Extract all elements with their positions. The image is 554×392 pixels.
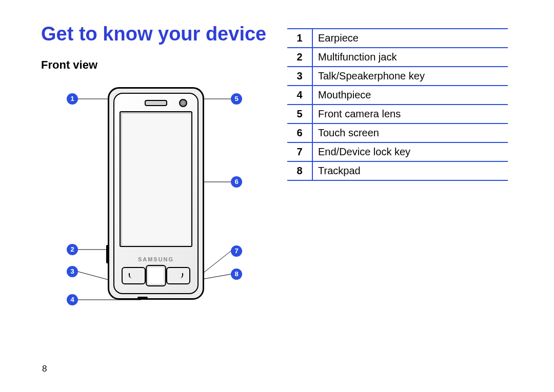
touch-screen-icon — [120, 111, 192, 247]
legend-row: 8 Trackpad — [287, 161, 508, 180]
section-heading: Front view — [41, 58, 287, 72]
legend-label: Earpiece — [312, 29, 508, 48]
legend-num: 1 — [287, 29, 312, 48]
legend-row: 4 Mouthpiece — [287, 86, 508, 105]
legend-row: 7 End/Device lock key — [287, 142, 508, 161]
legend-table: 1 Earpiece 2 Multifunction jack 3 Talk/S… — [287, 28, 508, 181]
manual-page: Get to know your device Front view — [0, 0, 554, 392]
page-number: 8 — [42, 364, 47, 374]
trackpad-icon — [146, 265, 167, 286]
page-title: Get to know your device — [41, 23, 287, 46]
multifunction-jack-icon — [106, 245, 109, 263]
callout-6: 6 — [231, 176, 242, 188]
legend-row: 5 Front camera lens — [287, 105, 508, 123]
legend-num: 4 — [287, 86, 312, 105]
legend-row: 3 Talk/Speakerphone key — [287, 67, 508, 86]
mouthpiece-icon — [137, 297, 148, 298]
legend-row: 2 Multifunction jack — [287, 48, 508, 67]
legend-label: Touch screen — [312, 123, 508, 142]
legend-num: 2 — [287, 48, 312, 67]
brand-label: SAMSUNG — [114, 256, 197, 262]
earpiece-icon — [145, 100, 167, 106]
phone-front-face: SAMSUNG — [113, 93, 199, 294]
legend-row: 6 Touch screen — [287, 123, 508, 142]
legend-num: 8 — [287, 161, 312, 180]
callout-3: 3 — [67, 266, 78, 277]
phone-outline: SAMSUNG — [108, 87, 204, 300]
legend-num: 5 — [287, 105, 312, 123]
device-diagram: SAMSUNG 1 5 6 2 7 3 8 4 — [41, 82, 256, 333]
callout-8: 8 — [231, 269, 242, 280]
end-key-icon — [166, 267, 190, 284]
right-column: 1 Earpiece 2 Multifunction jack 3 Talk/S… — [287, 23, 528, 377]
callout-2: 2 — [67, 244, 78, 255]
legend-row: 1 Earpiece — [287, 29, 508, 48]
legend-label: Front camera lens — [312, 105, 508, 123]
legend-num: 3 — [287, 67, 312, 86]
legend-label: Multifunction jack — [312, 48, 508, 67]
legend-label: End/Device lock key — [312, 142, 508, 161]
legend-label: Trackpad — [312, 161, 508, 180]
legend-label: Talk/Speakerphone key — [312, 67, 508, 86]
left-column: Get to know your device Front view — [41, 23, 287, 377]
legend-label: Mouthpiece — [312, 86, 508, 105]
callout-4: 4 — [67, 294, 78, 305]
callout-7: 7 — [231, 245, 242, 257]
button-row — [122, 265, 190, 286]
front-camera-icon — [179, 99, 187, 107]
legend-num: 7 — [287, 142, 312, 161]
callout-5: 5 — [231, 93, 242, 105]
callout-1: 1 — [67, 93, 78, 105]
legend-num: 6 — [287, 123, 312, 142]
talk-key-icon — [122, 267, 146, 284]
